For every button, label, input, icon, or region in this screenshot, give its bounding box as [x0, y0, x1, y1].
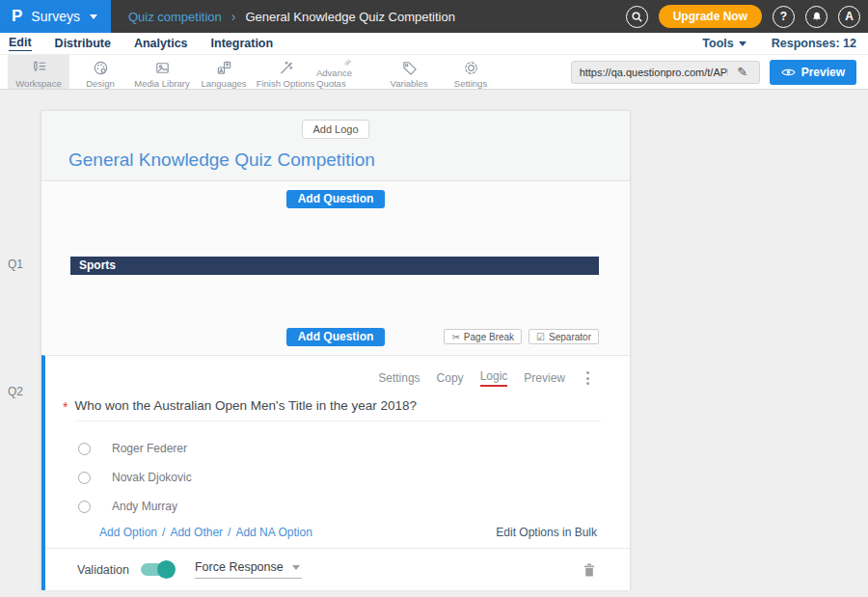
breadcrumb-separator-icon: ›: [231, 9, 236, 24]
surveys-menu[interactable]: P Surveys: [0, 0, 111, 33]
edit-options-in-bulk-link[interactable]: Edit Options in Bulk: [496, 526, 597, 539]
breadcrumb-current: General Knowledge Quiz Competition: [245, 10, 455, 24]
tool-label: Finish Options: [257, 78, 315, 89]
add-logo-button[interactable]: Add Logo: [302, 120, 368, 139]
edit-url-pencil-icon[interactable]: ✎: [730, 65, 755, 79]
tool-label: Advance Quotas: [316, 68, 378, 89]
breadcrumb-parent[interactable]: Quiz competition: [128, 10, 222, 24]
tool-label: Languages: [201, 78, 246, 89]
add-question-button-1[interactable]: Add Question: [286, 190, 386, 208]
option-label[interactable]: Andy Murray: [112, 500, 177, 513]
question-preview-action[interactable]: Preview: [524, 371, 565, 385]
bell-icon: [810, 11, 824, 22]
questionpro-logo-icon: P: [12, 7, 22, 26]
question-copy-action[interactable]: Copy: [437, 371, 464, 385]
tool-design[interactable]: Design: [69, 55, 131, 89]
validation-toggle[interactable]: [141, 563, 174, 576]
tab-integration[interactable]: Integration: [211, 37, 274, 51]
question-number-q2: Q2: [8, 385, 23, 398]
add-question-button-2[interactable]: Add Question: [286, 328, 386, 346]
tab-analytics[interactable]: Analytics: [134, 37, 188, 51]
notifications-button[interactable]: [805, 6, 827, 28]
top-bar: P Surveys Quiz competition › General Kno…: [0, 0, 868, 33]
q2-question-card: Settings Copy Logic Preview * Who won th…: [41, 355, 630, 590]
question-text[interactable]: Who won the Australian Open Men's Title …: [74, 398, 601, 421]
chevron-down-icon: [90, 14, 97, 19]
survey-nav: Edit Distribute Analytics Integration To…: [0, 33, 868, 55]
avatar[interactable]: A: [838, 6, 860, 28]
image-icon: [153, 59, 172, 77]
product-label: Surveys: [31, 9, 80, 24]
add-option-links: Add Option / Add Other / Add NA Option: [99, 526, 312, 539]
delete-question-button[interactable]: [583, 563, 595, 577]
question-settings-action[interactable]: Settings: [378, 371, 420, 385]
workspace-icon: [30, 59, 48, 77]
answer-options: Roger Federer Novak Djokovic Andy Murray: [45, 434, 630, 521]
validation-type-dropdown[interactable]: Force Response: [195, 560, 302, 579]
topbar-actions: Upgrade Now ? A: [626, 5, 868, 28]
survey-header: Add Logo General Knowledge Quiz Competit…: [41, 111, 630, 181]
question-number-q1: Q1: [8, 258, 23, 271]
help-button[interactable]: ?: [773, 6, 795, 28]
eye-icon: [781, 68, 796, 77]
option-row[interactable]: Novak Djokovic: [45, 463, 630, 492]
tool-media-library[interactable]: Media Library: [131, 55, 193, 89]
required-marker: *: [63, 398, 68, 416]
tools-label: Tools: [702, 37, 733, 50]
tool-label: Media Library: [134, 78, 190, 89]
tool-variables[interactable]: Variables: [378, 55, 440, 89]
add-na-option-link[interactable]: Add NA Option: [235, 526, 312, 539]
chevron-down-icon: [739, 41, 746, 46]
link-separator: /: [162, 526, 165, 539]
tool-label: Settings: [454, 78, 487, 89]
radio-icon[interactable]: [78, 443, 91, 455]
toolbar-right: ✎ Preview: [571, 55, 868, 89]
add-question-row-1: Add Question: [41, 181, 630, 257]
wand-icon: [277, 59, 295, 77]
subnav-right: Tools Responses: 12: [702, 37, 856, 50]
preview-button[interactable]: Preview: [770, 60, 856, 85]
tool-settings[interactable]: Settings: [440, 55, 502, 89]
validation-label: Validation: [77, 563, 129, 577]
question-footer: Validation Force Response: [45, 548, 630, 590]
kebab-menu-icon[interactable]: [584, 369, 591, 387]
breadcrumb: Quiz competition › General Knowledge Qui…: [128, 9, 455, 24]
responses-count[interactable]: Responses: 12: [772, 37, 856, 50]
tool-label: Design: [86, 78, 115, 89]
tool-workspace[interactable]: Workspace: [8, 55, 69, 89]
tab-distribute[interactable]: Distribute: [55, 37, 111, 51]
separator-check-icon: ☑: [536, 332, 545, 342]
question-actions: Settings Copy Logic Preview: [45, 356, 630, 387]
tool-finish-options[interactable]: Finish Options: [255, 55, 316, 89]
survey-url-input[interactable]: [572, 67, 730, 78]
radio-icon[interactable]: [78, 472, 91, 484]
option-label[interactable]: Roger Federer: [112, 442, 187, 455]
survey-title[interactable]: General Knowledge Quiz Competition: [68, 149, 630, 171]
add-other-link[interactable]: Add Other: [170, 526, 223, 539]
survey-canvas: Q1 Q2 Add Logo General Knowledge Quiz Co…: [0, 90, 868, 597]
option-row[interactable]: Andy Murray: [45, 492, 630, 521]
tool-languages[interactable]: Languages: [193, 55, 255, 89]
insert-controls: ✂ Page Break ☑ Separator: [444, 329, 599, 344]
link-separator: /: [228, 526, 231, 539]
tools-menu[interactable]: Tools: [702, 37, 746, 50]
q1-section-header[interactable]: Sports: [70, 257, 599, 275]
option-label[interactable]: Novak Djokovic: [112, 471, 192, 484]
add-option-link[interactable]: Add Option: [99, 526, 157, 539]
search-button[interactable]: [626, 6, 648, 28]
page-break-button[interactable]: ✂ Page Break: [444, 329, 522, 344]
upgrade-now-button[interactable]: Upgrade Now: [659, 5, 762, 28]
translate-icon: [215, 59, 233, 77]
tab-edit[interactable]: Edit: [9, 36, 32, 51]
editor-toolbar: Workspace Design Media Library Languages: [0, 55, 868, 90]
separator-button[interactable]: ☑ Separator: [529, 329, 599, 344]
tool-advance-quotas[interactable]: Advance Quotas: [316, 55, 378, 89]
separator-label: Separator: [549, 332, 591, 342]
chevron-down-icon: [292, 565, 300, 570]
option-row[interactable]: Roger Federer: [45, 434, 630, 463]
question-logic-action[interactable]: Logic: [480, 369, 508, 387]
tag-icon: [400, 59, 419, 77]
option-links-row: Add Option / Add Other / Add NA Option E…: [99, 526, 597, 539]
tool-label: Variables: [391, 78, 428, 89]
radio-icon[interactable]: [78, 501, 91, 513]
